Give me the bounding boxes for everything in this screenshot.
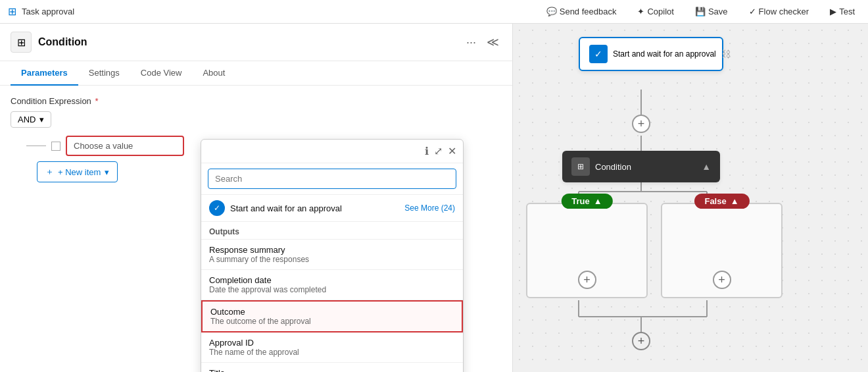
and-dropdown[interactable]: AND ▾ xyxy=(11,111,51,128)
copilot-button[interactable]: ✦ Copilot xyxy=(632,4,679,19)
list-item-outcome[interactable]: Outcome The outcome of the approval xyxy=(201,300,463,332)
list-item[interactable]: Response summary A summary of the respon… xyxy=(201,240,463,270)
approval-action-icon: ✓ xyxy=(209,200,225,216)
add-false-step-button[interactable]: + xyxy=(713,271,731,289)
tab-about[interactable]: About xyxy=(192,61,235,86)
condition-node[interactable]: ⊞ Condition ▲ xyxy=(562,151,720,182)
item-desc: Date the approval was completed xyxy=(209,285,455,294)
popup-search-input[interactable] xyxy=(208,169,456,189)
new-item-button[interactable]: ＋ + New item ▾ xyxy=(37,161,118,182)
item-desc: The name of the approval xyxy=(209,348,455,357)
item-name: Completion date xyxy=(209,275,455,285)
tab-parameters[interactable]: Parameters xyxy=(11,61,78,86)
popup-expand-button[interactable]: ⤢ xyxy=(434,145,443,157)
popup-search-wrap xyxy=(201,163,463,195)
approval-node-label: Start and wait for an approval xyxy=(613,49,716,60)
popup-action-left: ✓ Start and wait for an approval xyxy=(209,200,342,216)
popup-info-button[interactable]: ℹ xyxy=(425,145,429,157)
true-branch: True ▲ + xyxy=(526,203,648,298)
condition-chevron-up-icon: ▲ xyxy=(702,161,711,172)
flow-checker-button[interactable]: ✓ Flow checker xyxy=(744,4,815,19)
popup-action-label: Start and wait for an approval xyxy=(230,203,342,213)
send-feedback-button[interactable]: 💬 Send feedback xyxy=(541,4,622,19)
right-panel: ✓ Start and wait for an approval ⛓ + ⊞ C… xyxy=(513,24,868,372)
condition-node-icon: ⊞ xyxy=(571,157,590,176)
outputs-label: Outputs xyxy=(201,222,463,240)
copilot-icon: ✦ xyxy=(637,7,644,16)
condition-icon: ⊞ xyxy=(17,36,26,49)
condition-checkbox[interactable] xyxy=(51,142,60,151)
popup-items: Response summary A summary of the respon… xyxy=(201,240,463,372)
dropdown-popup: ℹ ⤢ ✕ ✓ Start and wait for an approval S… xyxy=(201,139,464,372)
required-marker: * xyxy=(95,96,98,106)
item-name: Response summary xyxy=(209,245,455,255)
panel-icon: ⊞ xyxy=(11,32,32,53)
test-icon: ▶ xyxy=(830,7,836,16)
feedback-icon: 💬 xyxy=(546,7,557,16)
approval-node[interactable]: ✓ Start and wait for an approval ⛓ xyxy=(579,37,723,71)
tab-settings[interactable]: Settings xyxy=(78,61,130,86)
topbar-right: 💬 Send feedback ✦ Copilot 💾 Save ✓ Flow … xyxy=(541,4,860,19)
popup-action-row: ✓ Start and wait for an approval See Mor… xyxy=(201,195,463,222)
approval-icon-inner: ✓ xyxy=(214,203,220,213)
choose-value-input[interactable]: Choose a value xyxy=(66,136,184,156)
see-more-link[interactable]: See More (24) xyxy=(404,203,455,213)
collapse-button[interactable]: ≪ xyxy=(484,32,502,52)
list-item[interactable]: Approval ID The name of the approval xyxy=(201,332,463,363)
checker-icon: ✓ xyxy=(749,7,756,16)
panel-title-area: ⊞ Condition xyxy=(11,32,87,53)
add-step-button-bottom[interactable]: + xyxy=(632,332,650,350)
popup-header: ℹ ⤢ ✕ xyxy=(201,140,463,163)
tab-codeview[interactable]: Code View xyxy=(130,61,193,86)
chevron-up-icon-false: ▲ xyxy=(731,196,739,206)
condition-node-label: Condition xyxy=(595,162,631,172)
chevron-up-icon-true: ▲ xyxy=(594,196,602,206)
true-branch-label: True ▲ xyxy=(561,194,612,209)
condition-expression-label: Condition Expression * xyxy=(11,96,502,106)
approval-node-link-icon: ⛓ xyxy=(721,49,731,59)
topbar-left: ⊞ Task approval xyxy=(8,5,74,18)
save-button[interactable]: 💾 Save xyxy=(690,4,733,19)
condition-line-left xyxy=(26,146,46,146)
tabs: Parameters Settings Code View About xyxy=(0,61,512,86)
item-name: Approval ID xyxy=(209,338,455,348)
approval-node-icon: ✓ xyxy=(589,45,608,63)
topbar: ⊞ Task approval 💬 Send feedback ✦ Copilo… xyxy=(0,0,868,24)
list-item[interactable]: Completion date Date the approval was co… xyxy=(201,270,463,300)
task-icon: ⊞ xyxy=(8,5,16,18)
list-item[interactable]: Title The title of the approval xyxy=(201,363,463,372)
test-button[interactable]: ▶ Test xyxy=(825,4,860,19)
false-branch-label: False ▲ xyxy=(694,194,749,209)
more-options-button[interactable]: ··· xyxy=(464,33,479,52)
item-desc: A summary of the responses xyxy=(209,255,455,264)
chevron-down-icon-item: ▾ xyxy=(105,167,109,177)
add-step-button-1[interactable]: + xyxy=(632,115,650,133)
add-true-step-button[interactable]: + xyxy=(578,271,596,289)
save-icon: 💾 xyxy=(695,7,706,16)
popup-close-button[interactable]: ✕ xyxy=(448,145,456,157)
false-branch: False ▲ + xyxy=(661,203,783,298)
plus-icon: ＋ xyxy=(45,166,54,178)
main-content: ⊞ Condition ··· ≪ Parameters Settings Co… xyxy=(0,24,868,372)
panel-title: Condition xyxy=(38,36,87,48)
left-panel: ⊞ Condition ··· ≪ Parameters Settings Co… xyxy=(0,24,513,372)
app-title: Task approval xyxy=(22,7,74,16)
item-name: Outcome xyxy=(210,307,454,317)
item-desc: The outcome of the approval xyxy=(210,317,454,326)
panel-actions: ··· ≪ xyxy=(464,32,502,52)
chevron-down-icon: ▾ xyxy=(39,115,44,124)
panel-header: ⊞ Condition ··· ≪ xyxy=(0,24,512,61)
item-name: Title xyxy=(209,368,455,372)
